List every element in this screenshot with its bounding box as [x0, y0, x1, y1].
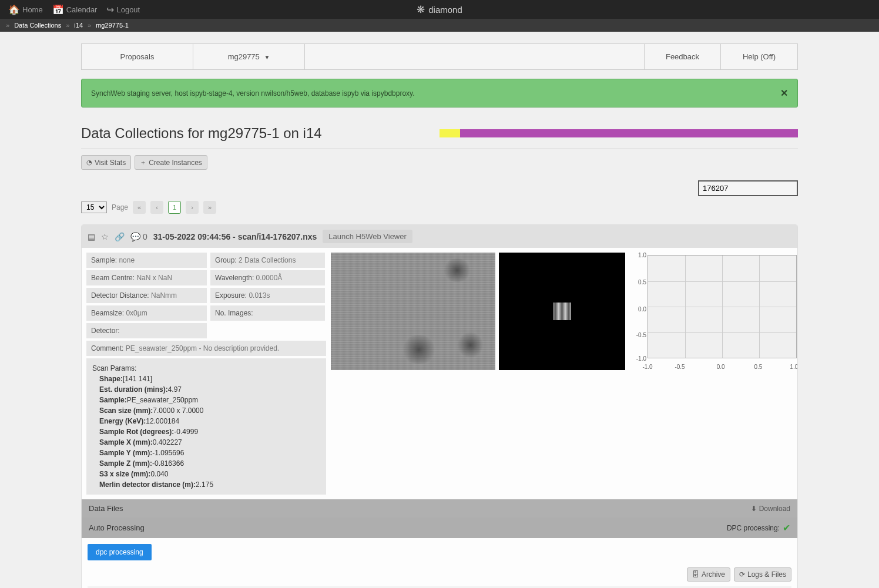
- create-instances-button[interactable]: ＋ Create Instances: [135, 155, 207, 170]
- detector-distance-field: Detector Distance: NaNmm: [86, 288, 207, 303]
- calendar-icon: 📅: [52, 4, 64, 15]
- tab-spacer: [305, 44, 645, 69]
- scan-param-line: S3 x size (mm):0.040: [92, 469, 320, 479]
- nav-home-label: Home: [22, 5, 43, 14]
- scan-param-line: Sample X (mm):0.402227: [92, 437, 320, 448]
- archive-icon: 🗄: [692, 570, 699, 579]
- breadcrumb-item[interactable]: i14: [74, 22, 83, 29]
- scan-param-line: Energy (KeV):12.000184: [92, 416, 320, 426]
- tab-feedback[interactable]: Feedback: [645, 44, 721, 69]
- brand-label: diamond: [428, 5, 462, 15]
- tab-proposal-code[interactable]: mg29775 ▼: [193, 44, 305, 69]
- logs-files-button[interactable]: ⟳ Logs & Files: [734, 567, 791, 582]
- scan-param-line: Sample Rot (degrees):-0.4999: [92, 426, 320, 437]
- scan-preview-image[interactable]: [331, 253, 495, 370]
- exposure-field: Exposure: 0.013s: [210, 288, 325, 303]
- progress-segment-purple: [460, 129, 798, 137]
- refresh-icon: ⟳: [739, 570, 745, 579]
- tab-help[interactable]: Help (Off): [721, 44, 797, 69]
- page-size-select[interactable]: 15: [81, 201, 107, 213]
- progress-segment-yellow: [439, 129, 460, 137]
- nav-calendar-label: Calendar: [66, 5, 98, 14]
- tab-dpc-processing[interactable]: dpc processing: [88, 544, 152, 560]
- group-field: Group: 2 Data Collections: [210, 253, 325, 268]
- top-navbar: 🏠 Home 📅 Calendar ↪ Logout ❋ diamond: [0, 0, 879, 19]
- close-icon[interactable]: ✕: [780, 88, 788, 99]
- scan-params-header: Scan Params:: [92, 363, 320, 374]
- scan-param-line: Est. duration (mins):4.97: [92, 384, 320, 395]
- breadcrumb: » Data Collections » i14 » mg29775-1: [0, 19, 879, 32]
- archive-button[interactable]: 🗄 Archive: [687, 567, 730, 582]
- star-icon[interactable]: ☆: [101, 232, 109, 241]
- breadcrumb-item[interactable]: Data Collections: [14, 22, 61, 29]
- detector-image[interactable]: [499, 253, 625, 370]
- scan-param-line: Sample Z (mm):-0.816366: [92, 458, 320, 469]
- data-collection-card: ▤ ☆ 🔗 💬 0 31-05-2022 09:44:56 - scan/i14…: [81, 224, 798, 588]
- breadcrumb-sep: »: [6, 22, 9, 29]
- search-input[interactable]: [698, 180, 798, 196]
- launch-h5web-button[interactable]: Launch H5Web Viewer: [323, 230, 412, 243]
- breadcrumb-item[interactable]: mg29775-1: [96, 22, 129, 29]
- nav-logout-label: Logout: [116, 5, 140, 14]
- pager-prev-button[interactable]: ‹: [150, 201, 163, 214]
- dc-title: 31-05-2022 09:44:56 - scan/i14-176207.nx…: [153, 232, 317, 241]
- breadcrumb-sep: »: [66, 22, 69, 29]
- auto-processing-title: Auto Processing: [89, 523, 145, 532]
- pager-page-button[interactable]: 1: [168, 201, 181, 214]
- scan-param-line: Sample Y (mm):-1.095696: [92, 448, 320, 458]
- auto-processing-bar[interactable]: Auto Processing DPC processing: ✔: [82, 518, 797, 538]
- ap-status: DPC processing: ✔: [727, 522, 790, 533]
- download-button[interactable]: ⬇ Download: [751, 505, 790, 513]
- comment-icon[interactable]: 💬 0: [130, 232, 147, 241]
- data-files-bar[interactable]: Data Files ⬇ Download: [82, 499, 797, 518]
- dc-header: ▤ ☆ 🔗 💬 0 31-05-2022 09:44:56 - scan/i14…: [82, 225, 797, 248]
- brand: ❋ diamond: [417, 4, 462, 16]
- scan-param-line: Sample:PE_seawater_250ppm: [92, 395, 320, 405]
- detector-field: Detector:: [86, 323, 207, 338]
- nav-logout[interactable]: ↪ Logout: [102, 0, 145, 19]
- nav-home[interactable]: 🏠 Home: [4, 0, 48, 19]
- download-icon: ⬇: [751, 505, 757, 513]
- breadcrumb-sep: »: [88, 22, 91, 29]
- page-label: Page: [112, 203, 128, 211]
- scan-param-line: Shape:[141 141]: [92, 374, 320, 384]
- data-files-title: Data Files: [89, 504, 123, 513]
- nav-calendar[interactable]: 📅 Calendar: [48, 0, 102, 19]
- book-icon[interactable]: ▤: [88, 232, 95, 241]
- no-images-field: No. Images:: [210, 305, 325, 321]
- wavelength-field: Wavelength: 0.0000Å: [210, 270, 325, 285]
- staging-banner: SynchWeb staging server, host ispyb-stag…: [81, 79, 798, 107]
- comment-field: Comment: PE_seawater_250ppm - No descrip…: [86, 341, 326, 356]
- chevron-down-icon: ▼: [264, 54, 270, 61]
- proposal-tabs: Proposals mg29775 ▼ Feedback Help (Off): [81, 43, 798, 70]
- scan-param-line: Scan size (mm):7.0000 x 7.0000: [92, 405, 320, 416]
- pager-last-button[interactable]: »: [203, 201, 216, 214]
- beamsize-field: Beamsize: 0x0µm: [86, 305, 207, 321]
- divider: [81, 149, 798, 149]
- plus-icon: ＋: [140, 158, 146, 167]
- beam-centre-field: Beam Centre: NaN x NaN: [86, 270, 207, 285]
- scan-params: Scan Params: Shape:[141 141]Est. duratio…: [86, 358, 326, 495]
- toolbar: ◔ Visit Stats ＋ Create Instances: [81, 155, 798, 170]
- check-icon: ✔: [783, 522, 790, 533]
- pager-next-button[interactable]: ›: [186, 201, 199, 214]
- page-title: Data Collections for mg29775-1 on i14: [81, 125, 322, 142]
- link-icon[interactable]: 🔗: [115, 232, 125, 241]
- visit-progress-bar: [439, 129, 798, 137]
- visit-stats-button[interactable]: ◔ Visit Stats: [81, 155, 131, 170]
- banner-text: SynchWeb staging server, host ispyb-stag…: [91, 89, 415, 98]
- scan-param-line: Merlin detector distance (m):2.175: [92, 479, 320, 490]
- pagination: 15 Page « ‹ 1 › »: [81, 201, 798, 214]
- scatter-plot[interactable]: 1.0 0.5 0.0 -0.5 -1.0 -1.0 -0.5 0.0 0.5 …: [629, 253, 798, 370]
- home-icon: 🏠: [8, 4, 20, 15]
- tab-proposals[interactable]: Proposals: [82, 44, 193, 69]
- pager-first-button[interactable]: «: [133, 201, 146, 214]
- sample-field: Sample: none: [86, 253, 207, 268]
- logout-icon: ↪: [106, 4, 114, 15]
- diamond-logo-icon: ❋: [417, 4, 425, 16]
- pie-chart-icon: ◔: [86, 159, 92, 166]
